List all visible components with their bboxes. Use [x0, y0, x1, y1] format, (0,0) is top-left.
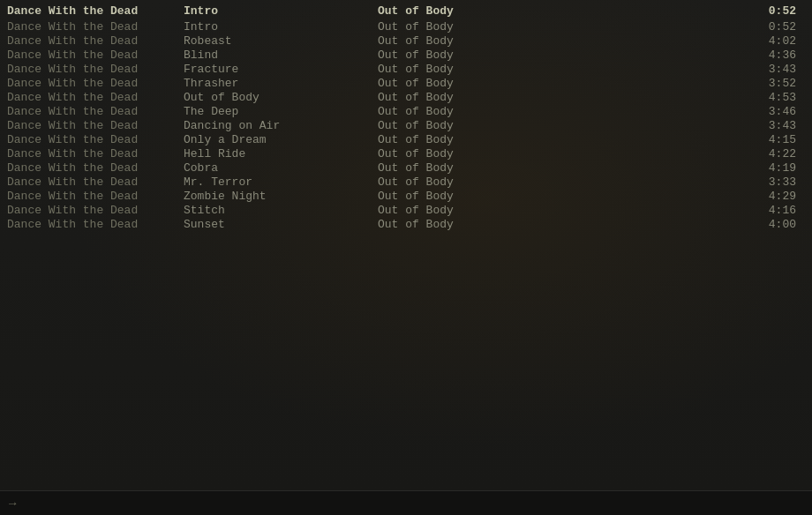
- track-title: Zombie Night: [184, 190, 378, 203]
- track-title: Out of Body: [184, 91, 378, 104]
- track-album: Out of Body: [378, 63, 572, 76]
- track-artist: Dance With the Dead: [7, 105, 184, 118]
- track-duration: 4:02: [572, 34, 805, 48]
- track-title: Thrasher: [184, 77, 378, 90]
- track-duration: 4:19: [572, 161, 805, 175]
- track-title: Mr. Terror: [184, 175, 378, 189]
- table-row[interactable]: Dance With the DeadThe DeepOut of Body3:…: [0, 104, 812, 118]
- track-album: Out of Body: [378, 204, 572, 217]
- track-artist: Dance With the Dead: [7, 147, 184, 160]
- track-album: Out of Body: [378, 20, 572, 34]
- table-row[interactable]: Dance With the DeadOut of BodyOut of Bod…: [0, 90, 812, 104]
- track-list: Dance With the Dead Intro Out of Body 0:…: [0, 0, 812, 235]
- track-duration: 3:43: [572, 119, 805, 132]
- track-duration: 4:00: [572, 218, 805, 231]
- table-row[interactable]: Dance With the DeadMr. TerrorOut of Body…: [0, 175, 812, 189]
- track-artist: Dance With the Dead: [7, 91, 184, 104]
- track-album: Out of Body: [378, 147, 572, 160]
- table-row[interactable]: Dance With the DeadHell RideOut of Body4…: [0, 146, 812, 160]
- track-album: Out of Body: [378, 119, 572, 132]
- track-duration: 3:33: [572, 175, 805, 189]
- track-title: Blind: [184, 49, 378, 62]
- track-title: Sunset: [184, 218, 378, 231]
- track-duration: 4:16: [572, 204, 805, 217]
- track-artist: Dance With the Dead: [7, 133, 184, 146]
- track-title: Intro: [184, 20, 378, 34]
- track-duration: 4:29: [572, 190, 805, 203]
- track-album: Out of Body: [378, 34, 572, 48]
- track-artist: Dance With the Dead: [7, 204, 184, 217]
- arrow-icon: →: [9, 496, 16, 511]
- table-row[interactable]: Dance With the DeadFractureOut of Body3:…: [0, 62, 812, 76]
- track-album: Out of Body: [378, 218, 572, 231]
- table-row[interactable]: Dance With the DeadSunsetOut of Body4:00: [0, 217, 812, 231]
- header-artist: Dance With the Dead: [7, 4, 184, 18]
- track-artist: Dance With the Dead: [7, 77, 184, 90]
- track-duration: 4:36: [572, 49, 805, 62]
- header-album: Out of Body: [378, 4, 572, 18]
- track-title: Dancing on Air: [184, 119, 378, 132]
- track-title: Hell Ride: [184, 147, 378, 160]
- table-row[interactable]: Dance With the DeadRobeastOut of Body4:0…: [0, 34, 812, 48]
- track-title: Fracture: [184, 63, 378, 76]
- track-album: Out of Body: [378, 91, 572, 104]
- track-duration: 3:46: [572, 105, 805, 118]
- table-row[interactable]: Dance With the DeadThrasherOut of Body3:…: [0, 76, 812, 90]
- track-artist: Dance With the Dead: [7, 119, 184, 132]
- track-artist: Dance With the Dead: [7, 175, 184, 189]
- header-title: Intro: [184, 4, 378, 18]
- track-title: Only a Dream: [184, 133, 378, 146]
- track-artist: Dance With the Dead: [7, 63, 184, 76]
- track-album: Out of Body: [378, 77, 572, 90]
- track-artist: Dance With the Dead: [7, 34, 184, 48]
- bottom-bar: →: [0, 490, 812, 515]
- track-album: Out of Body: [378, 133, 572, 146]
- table-row[interactable]: Dance With the DeadIntroOut of Body0:52: [0, 19, 812, 34]
- track-artist: Dance With the Dead: [7, 161, 184, 175]
- track-title: Robeast: [184, 34, 378, 48]
- track-duration: 3:43: [572, 63, 805, 76]
- table-row[interactable]: Dance With the DeadBlindOut of Body4:36: [0, 48, 812, 62]
- track-duration: 4:15: [572, 133, 805, 146]
- track-title: The Deep: [184, 105, 378, 118]
- track-album: Out of Body: [378, 105, 572, 118]
- track-duration: 4:22: [572, 147, 805, 160]
- track-album: Out of Body: [378, 175, 572, 189]
- track-title: Cobra: [184, 161, 378, 175]
- track-album: Out of Body: [378, 190, 572, 203]
- track-duration: 4:53: [572, 91, 805, 104]
- table-row[interactable]: Dance With the DeadCobraOut of Body4:19: [0, 160, 812, 175]
- header-duration: 0:52: [572, 4, 805, 18]
- track-title: Stitch: [184, 204, 378, 217]
- track-artist: Dance With the Dead: [7, 190, 184, 203]
- table-row[interactable]: Dance With the DeadDancing on AirOut of …: [0, 118, 812, 132]
- track-album: Out of Body: [378, 161, 572, 175]
- track-artist: Dance With the Dead: [7, 218, 184, 231]
- table-row[interactable]: Dance With the DeadZombie NightOut of Bo…: [0, 189, 812, 203]
- track-artist: Dance With the Dead: [7, 20, 184, 34]
- table-row[interactable]: Dance With the DeadOnly a DreamOut of Bo…: [0, 132, 812, 146]
- table-row[interactable]: Dance With the DeadStitchOut of Body4:16: [0, 203, 812, 217]
- track-duration: 0:52: [572, 20, 805, 34]
- track-album: Out of Body: [378, 49, 572, 62]
- track-duration: 3:52: [572, 77, 805, 90]
- track-list-header: Dance With the Dead Intro Out of Body 0:…: [0, 4, 812, 18]
- track-artist: Dance With the Dead: [7, 49, 184, 62]
